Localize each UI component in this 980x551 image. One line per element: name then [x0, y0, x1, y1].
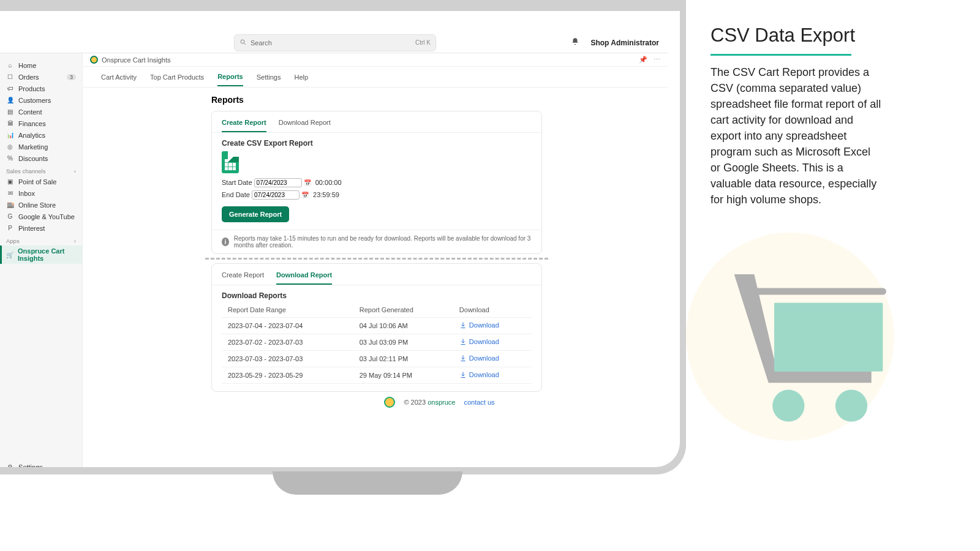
table-row: 2023-07-03 - 2023-07-03 03 Jul 02:11 PM … [222, 351, 532, 367]
download-icon [459, 371, 467, 378]
tab-help[interactable]: Help [294, 69, 308, 86]
sidebar-item-pinterest[interactable]: PPinterest [0, 222, 82, 234]
download-link[interactable]: Download [459, 321, 499, 329]
chevron-right-icon[interactable]: › [74, 238, 76, 244]
sidebar-item-settings[interactable]: ⚙Settings [0, 461, 82, 467]
info-icon: i [222, 238, 229, 246]
end-time: 23:59:59 [313, 191, 339, 198]
cell-generated: 03 Jul 02:11 PM [353, 351, 453, 367]
tag-icon: 🏷 [6, 84, 14, 92]
cell-generated: 03 Jul 03:09 PM [353, 334, 453, 351]
contact-link[interactable]: contact us [464, 399, 494, 406]
promo-body: The CSV Cart Report provides a CSV (comm… [710, 64, 882, 208]
sidebar-item-pos[interactable]: ▣Point of Sale [0, 176, 82, 187]
cart-icon: 🛒 [6, 251, 13, 259]
target-icon: ◎ [6, 143, 14, 151]
cell-range: 2023-07-04 - 2023-07-04 [222, 318, 353, 334]
brand-link[interactable]: onspruce [428, 399, 455, 406]
device-frame: Search Ctrl K Shop Administrator ⌂Home ☐… [0, 0, 686, 474]
promo-divider [710, 54, 851, 56]
start-date-input[interactable] [254, 178, 302, 187]
card2-tab-create[interactable]: Create Report [222, 269, 264, 285]
app-tabs: Cart Activity Top Cart Products Reports … [83, 67, 668, 88]
pos-icon: ▣ [6, 178, 14, 186]
person-icon: 👤 [6, 96, 14, 104]
sidebar-item-customers[interactable]: 👤Customers [0, 94, 82, 106]
sidebar-item-online-store[interactable]: 🏬Online Store [0, 199, 82, 211]
chevron-right-icon[interactable]: › [74, 168, 76, 174]
notifications-icon[interactable] [571, 37, 579, 48]
sidebar-item-products[interactable]: 🏷Products [0, 83, 82, 94]
download-table: Report Date Range Report Generated Downl… [222, 302, 532, 384]
tab-reports[interactable]: Reports [217, 68, 243, 86]
generate-report-button[interactable]: Generate Report [222, 206, 289, 222]
tab-cart-activity[interactable]: Cart Activity [101, 69, 137, 86]
card-tab-download[interactable]: Download Report [279, 116, 331, 132]
cell-range: 2023-07-03 - 2023-07-03 [222, 351, 353, 367]
sidebar-item-google[interactable]: GGoogle & YouTube [0, 211, 82, 222]
sidebar-item-finances[interactable]: 🏛Finances [0, 118, 82, 129]
sidebar-item-content[interactable]: ▤Content [0, 106, 82, 118]
cell-generated: 29 May 09:14 PM [353, 367, 453, 384]
sidebar-item-analytics[interactable]: 📊Analytics [0, 129, 82, 141]
sidebar-section-apps: Apps› [0, 234, 82, 246]
device-screen: Search Ctrl K Shop Administrator ⌂Home ☐… [0, 11, 680, 467]
cell-generated: 04 Jul 10:06 AM [353, 318, 453, 334]
inbox-icon: ✉ [6, 189, 14, 197]
shopping-cart-illustration [723, 257, 894, 435]
svg-line-1 [244, 43, 246, 45]
app-logo-icon [90, 56, 98, 64]
col-range: Report Date Range [222, 302, 353, 318]
search-shortcut: Ctrl K [415, 39, 431, 46]
google-icon: G [6, 212, 14, 220]
top-bar: Search Ctrl K Shop Administrator [0, 32, 668, 53]
download-link[interactable]: Download [459, 354, 499, 362]
create-heading: Create CSV Export Report [222, 139, 532, 148]
app-footer: © 2023 onspruce contact us [211, 397, 668, 408]
page-title: Reports [211, 92, 668, 111]
download-link[interactable]: Download [459, 338, 499, 345]
orders-badge: 3 [67, 74, 76, 80]
download-link[interactable]: Download [459, 371, 499, 378]
table-row: 2023-07-02 - 2023-07-03 03 Jul 03:09 PM … [222, 334, 532, 351]
info-text: Reports may take 1-15 minutes to run and… [234, 235, 532, 249]
content-icon: ▤ [6, 108, 14, 116]
info-row: i Reports may take 1-15 minutes to run a… [212, 230, 541, 253]
gear-icon: ⚙ [6, 463, 14, 467]
card2-tab-download[interactable]: Download Report [276, 269, 332, 285]
pinterest-icon: P [6, 224, 14, 232]
search-input[interactable]: Search Ctrl K [234, 34, 436, 51]
promo-title: CSV Data Export [710, 24, 882, 47]
card-tab-create[interactable]: Create Report [222, 116, 266, 132]
app-header: Onspruce Cart Insights 📌 ⋯ [83, 53, 668, 67]
create-report-card: Create Report Download Report Create CSV… [211, 111, 542, 254]
cell-range: 2023-05-29 - 2023-05-29 [222, 367, 353, 384]
start-date-label: Start Date [222, 179, 252, 186]
sidebar-item-discounts[interactable]: %Discounts [0, 152, 82, 164]
download-heading: Download Reports [222, 291, 532, 300]
sidebar-item-home[interactable]: ⌂Home [0, 59, 82, 71]
end-date-input[interactable] [252, 190, 300, 200]
col-dl: Download [453, 302, 532, 318]
orders-icon: ☐ [6, 73, 14, 81]
download-icon [459, 338, 467, 345]
sidebar-item-inbox[interactable]: ✉Inbox [0, 187, 82, 199]
sidebar: ⌂Home ☐Orders3 🏷Products 👤Customers ▤Con… [0, 53, 83, 467]
pin-icon[interactable]: 📌 [639, 56, 647, 64]
promo-panel: CSV Data Export The CSV Cart Report prov… [710, 24, 882, 208]
tab-top-cart-products[interactable]: Top Cart Products [150, 69, 204, 86]
table-row: 2023-05-29 - 2023-05-29 29 May 09:14 PM … [222, 367, 532, 384]
shop-admin-label[interactable]: Shop Administrator [590, 39, 659, 47]
more-icon[interactable]: ⋯ [654, 56, 660, 64]
tab-settings[interactable]: Settings [257, 69, 281, 86]
sidebar-item-orders[interactable]: ☐Orders3 [0, 71, 82, 83]
start-time: 00:00:00 [315, 179, 342, 186]
sidebar-item-onspruce[interactable]: 🛒Onspruce Cart Insights [0, 246, 82, 264]
sidebar-item-marketing[interactable]: ◎Marketing [0, 141, 82, 152]
cell-range: 2023-07-02 - 2023-07-03 [222, 334, 353, 351]
copyright: © 2023 [404, 399, 428, 406]
section-divider [205, 258, 548, 260]
home-icon: ⌂ [6, 61, 14, 69]
footer-logo-icon [384, 397, 395, 408]
download-icon [459, 354, 467, 362]
